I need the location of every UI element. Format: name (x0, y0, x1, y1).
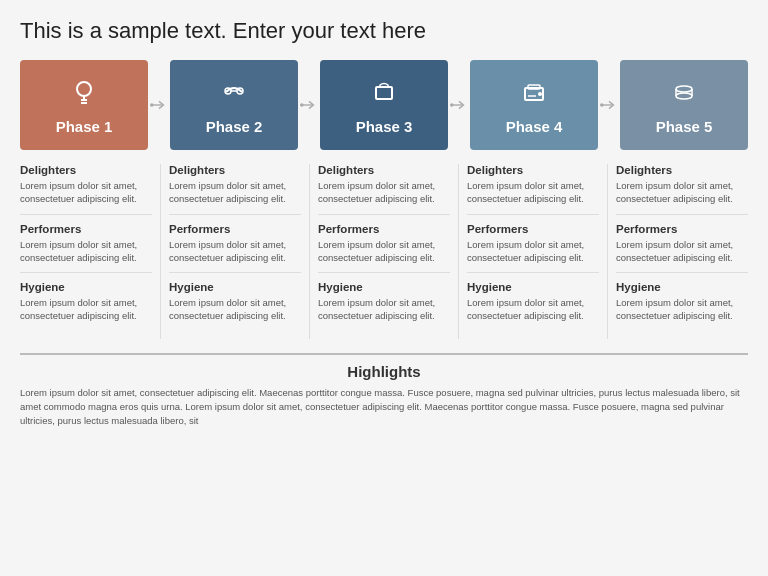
content-col-2: Delighters Lorem ipsum dolor sit amet, c… (161, 164, 310, 339)
col5-performers-text: Lorem ipsum dolor sit amet, consectetuer… (616, 238, 748, 265)
col4-hygiene: Hygiene Lorem ipsum dolor sit amet, cons… (467, 281, 599, 331)
phase-block-2[interactable]: Phase 2 (170, 60, 298, 150)
col3-hygiene-text: Lorem ipsum dolor sit amet, consectetuer… (318, 296, 450, 323)
highlights-text: Lorem ipsum dolor sit amet, consectetuer… (20, 386, 748, 429)
page-title: This is a sample text. Enter your text h… (20, 18, 748, 44)
col5-performers: Performers Lorem ipsum dolor sit amet, c… (616, 223, 748, 274)
svg-point-22 (676, 93, 692, 99)
phase-block-1[interactable]: Phase 1 (20, 60, 148, 150)
phase-block-3[interactable]: Phase 3 (320, 60, 448, 150)
content-col-1: Delighters Lorem ipsum dolor sit amet, c… (20, 164, 161, 339)
col5-delighters-text: Lorem ipsum dolor sit amet, consectetuer… (616, 179, 748, 206)
arrow-2-3 (298, 96, 320, 114)
phase-block-5[interactable]: Phase 5 (620, 60, 748, 150)
col1-hygiene-heading: Hygiene (20, 281, 152, 293)
col5-delighters-heading: Delighters (616, 164, 748, 176)
col5-performers-heading: Performers (616, 223, 748, 235)
col3-hygiene: Hygiene Lorem ipsum dolor sit amet, cons… (318, 281, 450, 331)
col5-hygiene-text: Lorem ipsum dolor sit amet, consectetuer… (616, 296, 748, 323)
col2-performers-heading: Performers (169, 223, 301, 235)
col4-delighters: Delighters Lorem ipsum dolor sit amet, c… (467, 164, 599, 215)
col2-delighters-heading: Delighters (169, 164, 301, 176)
col5-hygiene: Hygiene Lorem ipsum dolor sit amet, cons… (616, 281, 748, 331)
svg-point-12 (450, 103, 454, 107)
content-col-4: Delighters Lorem ipsum dolor sit amet, c… (459, 164, 608, 339)
svg-point-9 (300, 103, 304, 107)
col3-performers-heading: Performers (318, 223, 450, 235)
highlights-title: Highlights (20, 363, 748, 380)
col2-hygiene-heading: Hygiene (169, 281, 301, 293)
col1-performers-text: Lorem ipsum dolor sit amet, consectetuer… (20, 238, 152, 265)
svg-point-5 (150, 103, 154, 107)
phase-block-4[interactable]: Phase 4 (470, 60, 598, 150)
col4-hygiene-heading: Hygiene (467, 281, 599, 293)
svg-point-18 (600, 103, 604, 107)
col2-hygiene: Hygiene Lorem ipsum dolor sit amet, cons… (169, 281, 301, 331)
col4-hygiene-text: Lorem ipsum dolor sit amet, consectetuer… (467, 296, 599, 323)
phase-5-label: Phase 5 (656, 118, 713, 135)
arrow-3-4 (448, 96, 470, 114)
col3-delighters: Delighters Lorem ipsum dolor sit amet, c… (318, 164, 450, 215)
svg-point-19 (676, 86, 692, 92)
col1-hygiene-text: Lorem ipsum dolor sit amet, consectetuer… (20, 296, 152, 323)
col3-performers: Performers Lorem ipsum dolor sit amet, c… (318, 223, 450, 274)
col2-hygiene-text: Lorem ipsum dolor sit amet, consectetuer… (169, 296, 301, 323)
col4-delighters-text: Lorem ipsum dolor sit amet, consectetuer… (467, 179, 599, 206)
phase-1-icon (70, 78, 98, 112)
arrow-1-2 (148, 96, 170, 114)
col4-delighters-heading: Delighters (467, 164, 599, 176)
col5-delighters: Delighters Lorem ipsum dolor sit amet, c… (616, 164, 748, 215)
col1-hygiene: Hygiene Lorem ipsum dolor sit amet, cons… (20, 281, 152, 331)
phase-1-label: Phase 1 (56, 118, 113, 135)
arrow-4-5 (598, 96, 620, 114)
col2-delighters: Delighters Lorem ipsum dolor sit amet, c… (169, 164, 301, 215)
col2-delighters-text: Lorem ipsum dolor sit amet, consectetuer… (169, 179, 301, 206)
col3-hygiene-heading: Hygiene (318, 281, 450, 293)
col4-performers-text: Lorem ipsum dolor sit amet, consectetuer… (467, 238, 599, 265)
phase-4-icon (520, 78, 548, 112)
content-col-3: Delighters Lorem ipsum dolor sit amet, c… (310, 164, 459, 339)
col3-delighters-text: Lorem ipsum dolor sit amet, consectetuer… (318, 179, 450, 206)
content-grid: Delighters Lorem ipsum dolor sit amet, c… (20, 164, 748, 339)
phase-2-icon (220, 78, 248, 112)
col1-performers: Performers Lorem ipsum dolor sit amet, c… (20, 223, 152, 274)
svg-rect-10 (376, 87, 392, 99)
col5-hygiene-heading: Hygiene (616, 281, 748, 293)
col4-performers: Performers Lorem ipsum dolor sit amet, c… (467, 223, 599, 274)
phase-3-label: Phase 3 (356, 118, 413, 135)
col2-performers: Performers Lorem ipsum dolor sit amet, c… (169, 223, 301, 274)
phase-2-label: Phase 2 (206, 118, 263, 135)
content-col-5: Delighters Lorem ipsum dolor sit amet, c… (608, 164, 748, 339)
col1-delighters: Delighters Lorem ipsum dolor sit amet, c… (20, 164, 152, 215)
svg-point-0 (77, 82, 91, 96)
svg-point-15 (538, 92, 542, 96)
col1-performers-heading: Performers (20, 223, 152, 235)
phase-3-icon (370, 78, 398, 112)
col4-performers-heading: Performers (467, 223, 599, 235)
col3-delighters-heading: Delighters (318, 164, 450, 176)
phases-row: Phase 1 Phase 2 (20, 60, 748, 150)
col3-performers-text: Lorem ipsum dolor sit amet, consectetuer… (318, 238, 450, 265)
col1-delighters-text: Lorem ipsum dolor sit amet, consectetuer… (20, 179, 152, 206)
col1-delighters-heading: Delighters (20, 164, 152, 176)
phase-4-label: Phase 4 (506, 118, 563, 135)
highlights-section: Highlights Lorem ipsum dolor sit amet, c… (20, 353, 748, 429)
phase-5-icon (670, 78, 698, 112)
col2-performers-text: Lorem ipsum dolor sit amet, consectetuer… (169, 238, 301, 265)
